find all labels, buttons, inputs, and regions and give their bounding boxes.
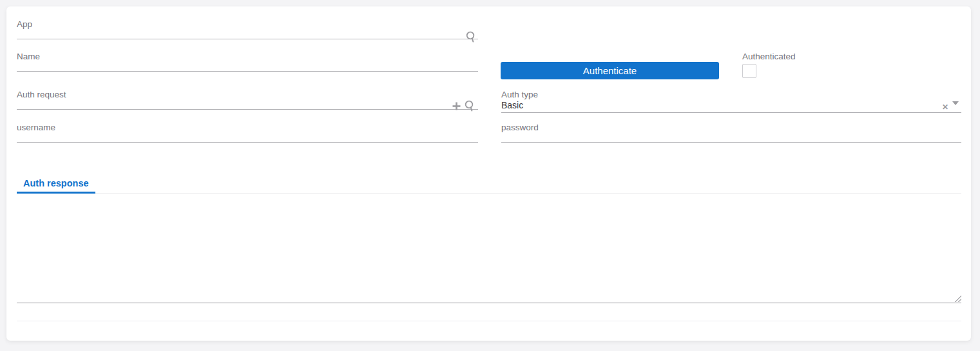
x-clear-icon[interactable]: ✕ <box>942 103 948 111</box>
auth-type-value: Basic <box>501 99 523 111</box>
auth-request-input[interactable] <box>17 97 478 110</box>
search-icon[interactable] <box>464 100 475 112</box>
auth-type-select[interactable]: Basic <box>501 99 961 113</box>
page: { "form": { "app": { "label": "App", "va… <box>0 0 980 351</box>
username-input[interactable] <box>17 130 478 143</box>
auth-response-textarea[interactable] <box>17 194 961 303</box>
authenticated-checkbox[interactable] <box>742 64 756 78</box>
tab-auth-response[interactable]: Auth response <box>17 175 95 194</box>
tab-bar: Auth response <box>17 175 961 194</box>
auth-form-card: App Name Authenticate Authenticated Auth… <box>6 6 971 341</box>
app-input[interactable] <box>17 26 478 39</box>
auth-type-label: Auth type <box>501 90 538 99</box>
caret-down-icon[interactable] <box>952 105 959 117</box>
footer-divider <box>17 321 961 321</box>
authenticated-label: Authenticated <box>742 52 796 61</box>
name-input[interactable] <box>17 59 478 72</box>
password-input[interactable] <box>501 130 961 143</box>
authenticate-button[interactable]: Authenticate <box>501 62 719 79</box>
plus-icon[interactable] <box>452 101 461 111</box>
search-icon[interactable] <box>465 31 476 43</box>
